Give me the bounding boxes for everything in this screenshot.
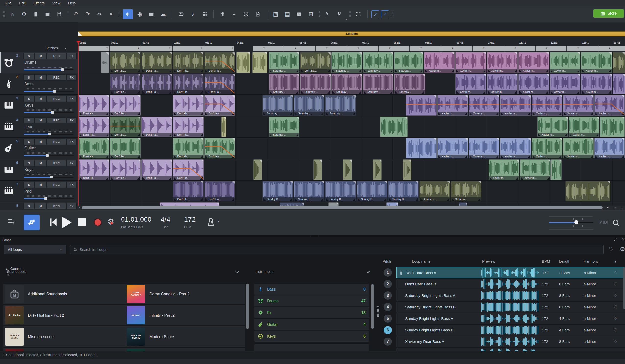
clip-handle[interactable] <box>548 160 550 162</box>
clip-handle[interactable] <box>201 52 203 55</box>
audio-clip-dontha[interactable]: Don't Ha... <box>300 52 331 73</box>
live-pads-button[interactable] <box>200 9 210 19</box>
clip-handle[interactable] <box>201 117 203 119</box>
cloud-import-button[interactable]: ☁ <box>158 9 168 19</box>
favorite-icon[interactable]: ♡ <box>614 336 617 347</box>
track-lane[interactable]: Don't Ha...Don't Ha...Don't Ha...Don't H… <box>78 159 625 181</box>
instrument-row-fx[interactable]: Fx13 <box>254 307 370 318</box>
track-s-button[interactable]: S <box>23 182 34 188</box>
clip-handle[interactable] <box>259 160 262 162</box>
store-button[interactable]: M Store <box>594 9 624 18</box>
clip-handle[interactable] <box>201 95 203 98</box>
audio-clip-saturday[interactable]: Saturday ... <box>363 52 393 73</box>
audio-clip-saturday[interactable]: Saturday ... <box>269 52 299 73</box>
audio-clip[interactable] <box>328 202 339 206</box>
audio-clip[interactable] <box>600 117 625 137</box>
track-fx-button[interactable]: FX <box>66 160 77 166</box>
toolbar-grip[interactable] <box>67 11 69 17</box>
panel-divider[interactable] <box>0 235 625 237</box>
clip-handle[interactable] <box>138 160 140 162</box>
toolbar-grip[interactable] <box>318 11 320 17</box>
clip-handle[interactable] <box>107 117 109 119</box>
audio-clip-xavierm[interactable]: Xavier m... <box>581 74 612 94</box>
audio-clip-xavierm[interactable]: Xavier m... <box>550 74 580 94</box>
zoom-out-button[interactable]: − <box>615 206 617 210</box>
ruler-region-strip[interactable] <box>253 46 625 51</box>
track-header-drums[interactable]: 1SMRECFXDrums <box>0 52 78 73</box>
region-dropdown-icon[interactable]: ▼ <box>169 47 171 49</box>
clip-handle[interactable] <box>232 95 235 98</box>
clip-handle[interactable] <box>106 52 109 55</box>
region-dropdown-icon[interactable]: ▼ <box>420 47 422 49</box>
track-volume-slider[interactable] <box>24 134 73 135</box>
audio-clip-xavierm[interactable]: Xavier m... <box>487 74 518 94</box>
clip-handle[interactable] <box>528 95 531 98</box>
audio-clip[interactable] <box>343 159 352 180</box>
track-volume-slider[interactable] <box>24 112 73 113</box>
audio-clip-dontha[interactable]: Don't Ha... <box>173 181 204 202</box>
loop-preview[interactable] <box>481 314 539 323</box>
instrument-row-keys[interactable]: Keys6 <box>254 331 370 342</box>
video-button[interactable] <box>294 9 304 19</box>
audio-clip[interactable] <box>280 202 304 206</box>
clip-handle[interactable] <box>622 74 625 76</box>
audio-clip[interactable] <box>253 159 262 180</box>
clip-handle[interactable] <box>578 52 580 55</box>
audio-clip-xavierm[interactable]: Xavier m... <box>563 95 594 116</box>
audio-clip-xavierm[interactable]: Xavier m... <box>437 138 468 158</box>
clip-handle[interactable] <box>107 160 109 162</box>
clip-handle[interactable] <box>232 181 235 184</box>
audio-clip-dontha[interactable]: Don't Ha... <box>204 74 235 94</box>
audio-clip-xavierm[interactable]: Xavier m... <box>500 95 531 116</box>
audio-clip-saturday[interactable]: Saturday ... <box>269 74 299 94</box>
clip-handle[interactable] <box>217 203 219 205</box>
toolbar-grip[interactable] <box>349 11 351 17</box>
audio-clip-xavierm[interactable]: Xavier m... <box>455 74 486 94</box>
clip-handle[interactable] <box>622 117 624 119</box>
audio-clip-dontha[interactable]: Don't Ha... <box>79 95 109 116</box>
clip-handle[interactable] <box>416 181 418 184</box>
audio-clip-dontha[interactable]: Don't Ha... <box>110 74 141 94</box>
scroll-right-icon[interactable]: ▸ <box>607 206 609 209</box>
volume-knob[interactable] <box>51 111 54 114</box>
volume-knob[interactable] <box>50 176 53 178</box>
audio-clip-sundayb[interactable]: Sunday B... <box>357 181 387 202</box>
clip-handle[interactable] <box>396 203 398 205</box>
audio-clip-dontha[interactable]: Don't Ha... <box>204 181 235 202</box>
audio-clip-sundayb[interactable]: Sunday B... <box>388 181 419 202</box>
audio-clip[interactable] <box>236 52 250 73</box>
photo-button[interactable]: ▧ <box>271 9 281 19</box>
region-dropdown-icon[interactable]: ▼ <box>137 47 139 49</box>
loop-preview[interactable] <box>481 325 539 335</box>
audio-clip-dontha[interactable]: Don't Ha... <box>79 138 109 158</box>
audio-clip-xavierm[interactable]: Xavier m... <box>424 52 455 73</box>
audio-clip[interactable] <box>221 117 226 137</box>
volume-knob[interactable] <box>53 90 56 92</box>
region-dropdown-icon[interactable]: ▼ <box>357 47 359 49</box>
loop-preview[interactable] <box>481 291 539 300</box>
soundpool-item[interactable]: MODERN SCOREModern Score <box>125 326 245 347</box>
clip-handle[interactable] <box>349 160 352 162</box>
audio-clip-xavierm[interactable]: Xavier m... <box>487 52 518 73</box>
track-fx-button[interactable]: FX <box>66 139 77 145</box>
track-rec-button[interactable]: REC <box>47 160 66 166</box>
clip-handle[interactable] <box>290 95 293 98</box>
metronome-icon[interactable] <box>206 217 216 227</box>
audio-clip-dontha[interactable]: Don't Ha... <box>173 159 204 180</box>
snap-dropdown-icon[interactable]: ▼ <box>346 18 348 20</box>
pitch-badge-1[interactable]: 1 <box>384 269 392 276</box>
audio-clip-xavierm[interactable]: Xavier m... <box>489 159 519 180</box>
region-dropdown-icon[interactable]: ▼ <box>389 47 391 49</box>
audio-clip-saturday[interactable]: Saturday ... <box>294 95 324 116</box>
audio-clip[interactable] <box>406 95 437 116</box>
pitch-badge-5[interactable]: 5 <box>384 314 392 323</box>
settings-button[interactable]: ⚙ <box>19 9 29 19</box>
track-fx-button[interactable]: FX <box>66 203 77 209</box>
clip-handle[interactable] <box>138 95 140 98</box>
audio-clip-xavierm[interactable]: Xavier m... <box>563 138 594 158</box>
track-s-button[interactable]: S <box>23 96 34 102</box>
clip-handle[interactable] <box>546 74 549 76</box>
toolbar-grip[interactable] <box>392 11 393 17</box>
master-effects-button[interactable]: FX <box>241 9 251 19</box>
favorite-icon[interactable]: ♡ <box>614 325 617 335</box>
